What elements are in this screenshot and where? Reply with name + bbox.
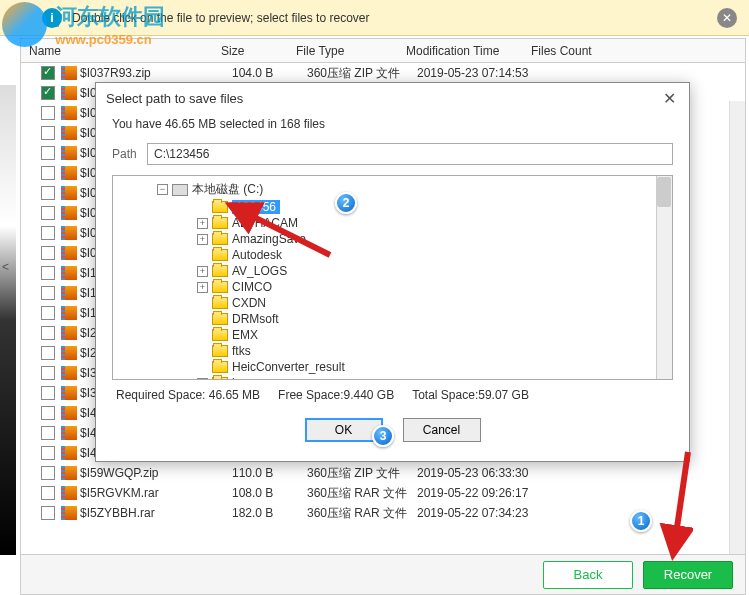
archive-icon [61,266,77,280]
archive-icon [61,506,77,520]
folder-icon [212,313,228,325]
expand-icon[interactable] [197,282,208,293]
archive-icon [61,346,77,360]
file-checkbox[interactable] [41,406,55,420]
tree-item-label: EMX [232,328,258,342]
file-checkbox[interactable] [41,286,55,300]
tree-item-label: ftks [232,344,251,358]
tree-item-label: ALPHACAM [232,216,298,230]
tree-item[interactable]: ftks [117,343,668,359]
folder-tree: 本地磁盘 (C:) 123456ALPHACAMAmazingSaveAutod… [112,175,673,380]
tree-item[interactable]: home [117,375,668,380]
tree-item-label: CXDN [232,296,266,310]
archive-icon [61,86,77,100]
file-mod: 2019-05-23 07:14:53 [417,66,542,80]
col-type-header[interactable]: File Type [296,44,406,58]
tree-item[interactable]: HeicConverter_result [117,359,668,375]
file-type: 360压缩 RAR 文件 [307,505,417,522]
drive-icon [172,184,188,196]
left-arrow-icon[interactable]: < [2,260,9,274]
tree-item[interactable]: EMX [117,327,668,343]
file-checkbox[interactable] [41,466,55,480]
list-header: Name Size File Type Modification Time Fi… [21,39,745,63]
collapse-icon[interactable] [157,184,168,195]
file-checkbox[interactable] [41,306,55,320]
expand-icon[interactable] [197,266,208,277]
file-checkbox[interactable] [41,226,55,240]
tree-root[interactable]: 本地磁盘 (C:) [117,180,668,199]
file-name: $I59WGQP.zip [80,466,232,480]
file-checkbox[interactable] [41,166,55,180]
path-label: Path [112,147,147,161]
tree-item-label: 123456 [232,200,280,214]
tree-item[interactable]: 123456 [117,199,668,215]
tree-item[interactable]: Autodesk [117,247,668,263]
main-scrollbar[interactable] [729,101,745,554]
tree-item[interactable]: CXDN [117,295,668,311]
left-nav-strip [0,85,16,555]
info-close-icon[interactable]: ✕ [717,8,737,28]
tree-item[interactable]: DRMsoft [117,311,668,327]
folder-icon [212,377,228,380]
save-path-dialog: Select path to save files ✕ You have 46.… [95,82,690,462]
expand-icon[interactable] [197,378,208,381]
file-checkbox[interactable] [41,386,55,400]
file-row[interactable]: $I037R93.zip104.0 B360压缩 ZIP 文件2019-05-2… [21,63,745,83]
cancel-button[interactable]: Cancel [403,418,481,442]
archive-icon [61,466,77,480]
file-name: $I5RGVKM.rar [80,486,232,500]
file-checkbox[interactable] [41,246,55,260]
file-checkbox[interactable] [41,326,55,340]
total-space: Total Space:59.07 GB [412,388,529,402]
archive-icon [61,66,77,80]
file-size: 104.0 B [232,66,307,80]
file-checkbox[interactable] [41,266,55,280]
file-checkbox[interactable] [41,146,55,160]
archive-icon [61,326,77,340]
tree-item[interactable]: AmazingSave [117,231,668,247]
recover-button[interactable]: Recover [643,561,733,589]
archive-icon [61,446,77,460]
file-checkbox[interactable] [41,426,55,440]
tree-scrollbar[interactable] [656,176,672,379]
tree-item[interactable]: AV_LOGS [117,263,668,279]
archive-icon [61,426,77,440]
col-name-header[interactable]: Name [21,44,221,58]
file-size: 110.0 B [232,466,307,480]
expand-icon[interactable] [197,234,208,245]
tree-item-label: CIMCO [232,280,272,294]
file-row[interactable]: $I5RGVKM.rar108.0 B360压缩 RAR 文件2019-05-2… [21,483,745,503]
back-button[interactable]: Back [543,561,633,589]
file-checkbox[interactable] [41,486,55,500]
file-checkbox[interactable] [41,186,55,200]
file-row[interactable]: $I59WGQP.zip110.0 B360压缩 ZIP 文件2019-05-2… [21,463,745,483]
file-checkbox[interactable] [41,126,55,140]
file-checkbox[interactable] [41,346,55,360]
dialog-close-icon[interactable]: ✕ [659,89,679,108]
tree-item-label: AV_LOGS [232,264,287,278]
tree-item-label: AmazingSave [232,232,306,246]
file-checkbox[interactable] [41,86,55,100]
path-input[interactable] [147,143,673,165]
col-mod-header[interactable]: Modification Time [406,44,531,58]
col-size-header[interactable]: Size [221,44,296,58]
file-checkbox[interactable] [41,446,55,460]
badge-1: 1 [630,510,652,532]
archive-icon [61,306,77,320]
file-checkbox[interactable] [41,66,55,80]
tree-item[interactable]: ALPHACAM [117,215,668,231]
file-checkbox[interactable] [41,366,55,380]
archive-icon [61,386,77,400]
ok-button[interactable]: OK [305,418,383,442]
archive-icon [61,246,77,260]
badge-3: 3 [372,425,394,447]
file-mod: 2019-05-22 09:26:17 [417,486,542,500]
file-checkbox[interactable] [41,506,55,520]
info-icon: i [42,8,62,28]
file-checkbox[interactable] [41,206,55,220]
space-info: Required Space: 46.65 MB Free Space:9.44… [112,380,673,410]
file-checkbox[interactable] [41,106,55,120]
tree-item[interactable]: CIMCO [117,279,668,295]
expand-icon[interactable] [197,218,208,229]
col-count-header[interactable]: Files Count [531,44,611,58]
